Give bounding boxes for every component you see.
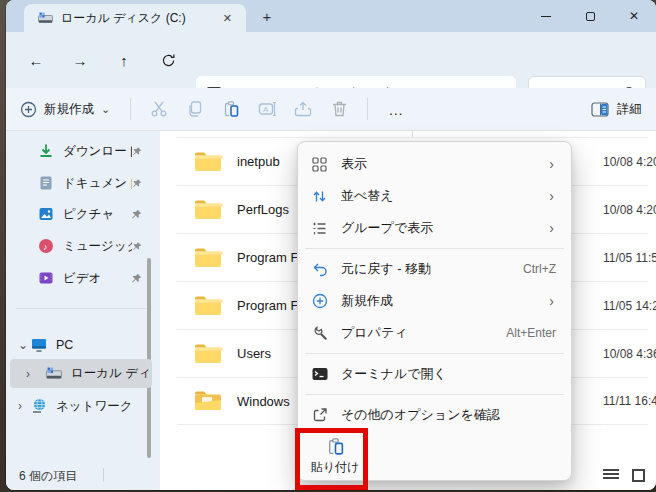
copy-button[interactable] <box>177 94 213 124</box>
menu-item-new[interactable]: 新規作成 › <box>303 285 566 317</box>
sidebar-item-label: ミュージック <box>63 238 132 255</box>
sidebar-divider <box>16 308 146 309</box>
toolbar-divider <box>130 98 131 120</box>
details-pane-label: 詳細 <box>617 101 642 118</box>
details-pane-icon <box>591 102 609 117</box>
undo-icon <box>312 262 328 277</box>
sidebar-item-label: ローカル ディスク <box>71 365 152 382</box>
cut-button[interactable] <box>141 94 177 124</box>
title-bar: ローカル ディスク (C:) ✕ + ✕ <box>6 0 656 32</box>
menu-item-label: 元に戻す - 移動 <box>341 260 523 278</box>
downloads-icon <box>38 143 54 159</box>
chevron-right-icon: › <box>549 188 554 204</box>
up-button[interactable]: ↑ <box>112 48 136 72</box>
file-date: 11/05 11:53 <box>603 251 656 265</box>
share-button[interactable] <box>285 94 321 124</box>
pin-icon <box>131 209 142 220</box>
file-date: 11/11 16:48 <box>603 394 656 408</box>
sidebar-item-documents[interactable]: ドキュメント <box>10 169 152 197</box>
sidebar-item-music[interactable]: ♪ ミュージック <box>10 232 152 260</box>
sort-icon <box>312 189 327 204</box>
plus-circle-icon <box>312 293 328 309</box>
folder-with-files-icon <box>193 389 223 413</box>
file-name: inetpub <box>237 154 280 169</box>
explorer-tab[interactable]: ローカル ディスク (C:) ✕ <box>24 4 246 32</box>
documents-icon <box>38 175 54 191</box>
see-more-button[interactable]: … <box>378 101 414 118</box>
maximize-button[interactable] <box>568 0 612 32</box>
folder-icon <box>193 150 223 174</box>
folder-icon <box>193 342 223 366</box>
pc-icon <box>31 337 47 353</box>
navigation-bar: ← → ↑ › PC › ローカル ディスク (C:) › ローカル ディ <box>6 32 656 88</box>
refresh-icon <box>161 53 176 68</box>
sidebar-item-downloads[interactable]: ダウンロード <box>10 137 152 165</box>
minimize-icon <box>541 16 551 17</box>
share-icon <box>294 100 312 118</box>
toolbar-divider <box>367 98 368 120</box>
folder-icon <box>193 294 223 318</box>
sidebar-item-label: ネットワーク <box>56 398 132 415</box>
file-date: 10/08 4:36 <box>603 347 656 361</box>
folder-icon <box>193 246 223 270</box>
chevron-down-icon[interactable]: ⌄ <box>18 338 28 352</box>
menu-item-label: プロパティ <box>341 324 506 342</box>
rename-button[interactable]: A <box>249 94 285 124</box>
file-date: 10/08 4:20 <box>603 155 656 169</box>
menu-item-label: 新規作成 <box>341 292 549 310</box>
refresh-button[interactable] <box>156 48 180 72</box>
menu-item-sort-by[interactable]: 並べ替え › <box>303 180 566 212</box>
file-date: 11/05 14:29 <box>603 299 656 313</box>
menu-item-group-by[interactable]: グループで表示 › <box>303 212 566 244</box>
sidebar-item-label: ダウンロード <box>63 143 132 160</box>
highlight-annotation <box>295 428 368 490</box>
explorer-window: ローカル ディスク (C:) ✕ + ✕ ← → ↑ › PC › <box>6 0 656 490</box>
wrench-icon <box>312 325 328 341</box>
pin-icon <box>132 178 142 189</box>
tab-close-icon[interactable]: ✕ <box>217 10 238 27</box>
menu-item-properties[interactable]: プロパティ Alt+Enter <box>303 317 566 349</box>
sidebar-item-network[interactable]: › ネットワーク <box>10 392 152 420</box>
item-count: 6 個の項目 <box>19 468 77 485</box>
menu-item-open-terminal[interactable]: ターミナルで開く <box>303 358 566 390</box>
menu-item-show-more-options[interactable]: その他のオプションを確認 <box>303 399 566 431</box>
minimize-button[interactable] <box>524 0 568 32</box>
menu-separator <box>305 353 564 354</box>
folder-icon <box>193 198 223 222</box>
new-button-label: 新規作成 <box>44 101 94 118</box>
sidebar-item-pictures[interactable]: ピクチャ <box>10 200 152 228</box>
menu-shortcut: Ctrl+Z <box>523 262 556 276</box>
sidebar-item-videos[interactable]: ビデオ <box>10 264 152 292</box>
new-tab-button[interactable]: + <box>254 6 280 28</box>
chevron-right-icon: › <box>549 220 554 236</box>
chevron-right-icon: › <box>549 293 554 309</box>
close-button[interactable]: ✕ <box>612 0 656 32</box>
music-icon: ♪ <box>38 238 54 254</box>
menu-item-view[interactable]: 表示 › <box>303 148 566 180</box>
chevron-right-icon[interactable]: › <box>26 367 30 381</box>
forward-button[interactable]: → <box>68 48 92 72</box>
pin-icon <box>132 146 142 157</box>
new-button[interactable]: 新規作成 ⌄ <box>6 101 120 118</box>
back-button[interactable]: ← <box>24 48 48 72</box>
pin-icon <box>132 241 142 252</box>
menu-item-label: 表示 <box>341 155 549 173</box>
sidebar-item-label: ピクチャ <box>63 206 114 223</box>
paste-button[interactable] <box>213 94 249 124</box>
details-pane-button[interactable]: 詳細 <box>591 101 642 118</box>
menu-item-undo-move[interactable]: 元に戻す - 移動 Ctrl+Z <box>303 253 566 285</box>
network-icon <box>31 398 47 414</box>
show-more-options-icon <box>312 407 328 423</box>
navigation-pane: ダウンロード ドキュメント ピクチャ ♪ ミュージック <box>6 131 160 490</box>
disk-icon <box>38 12 53 25</box>
svg-text:A: A <box>263 105 269 114</box>
icons-view-button[interactable] <box>632 469 645 482</box>
delete-button[interactable] <box>321 94 357 124</box>
close-icon: ✕ <box>629 9 639 23</box>
chevron-right-icon[interactable]: › <box>18 399 22 413</box>
sidebar-item-local-disk[interactable]: › ローカル ディスク <box>10 359 152 388</box>
sidebar-item-pc[interactable]: ⌄ PC <box>10 331 152 359</box>
list-view-button[interactable] <box>603 469 619 482</box>
status-divider <box>103 468 104 482</box>
rename-icon: A <box>258 100 277 118</box>
